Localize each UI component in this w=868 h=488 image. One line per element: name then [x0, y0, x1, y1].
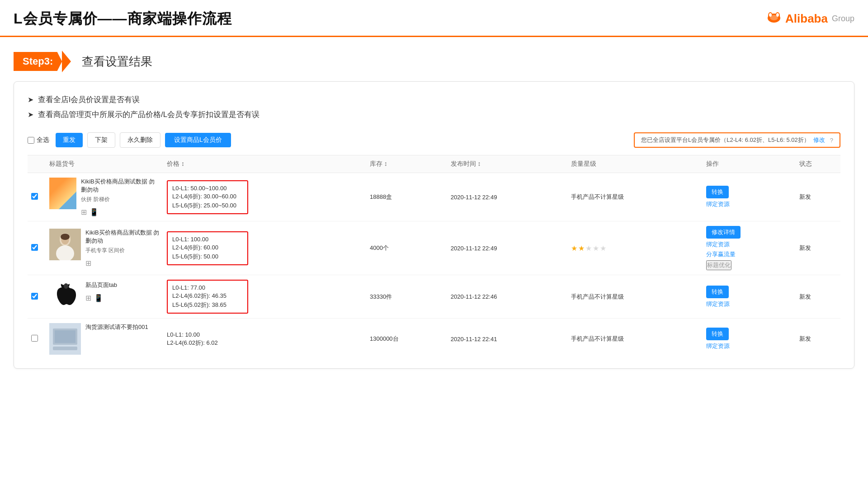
mobile-icon: 📱 [90, 208, 99, 216]
star-1: ★ [571, 244, 577, 253]
bullet-item-1: ➤ 查看全店l会员价设置是否有误 [28, 94, 840, 105]
row4-action-convert[interactable]: 转换 [706, 328, 729, 340]
alibaba-group: Group [832, 14, 854, 23]
set-member-price-button[interactable]: 设置商品L会员价 [165, 133, 231, 147]
row1-thumbnail [49, 178, 76, 209]
row4-product-info: 淘货源测试请不要拍001 [85, 323, 148, 331]
row1-status: 新发 [796, 173, 840, 221]
alibaba-logo: Alibaba Group [765, 8, 854, 29]
table-row: 新品页面tab ⊞ 📱 L0-L1: 77.00 L2-L4(6.02折): 4… [28, 275, 840, 319]
row2-price-cell: L0-L1: 100.00 L2-L4(6折): 60.00 L5-L6(5折)… [163, 221, 366, 275]
row3-product-icons: ⊞ 📱 [85, 294, 117, 302]
delete-button[interactable]: 永久删除 [120, 132, 160, 148]
row2-action-edit[interactable]: 修改详情 [706, 226, 741, 239]
main-card: ➤ 查看全店l会员价设置是否有误 ➤ 查看商品管理页中所展示的产品价格/L会员专… [14, 81, 854, 369]
row4-actions: 转换 绑定资源 [706, 328, 793, 350]
member-price-notice: 您已全店设置平台L会员专属价（L2-L4: 6.02折、L5-L6: 5.02折… [634, 132, 840, 148]
star-5: ★ [600, 244, 606, 253]
row2-price-1: L0-L1: 100.00 [172, 236, 243, 243]
row2-price-box: L0-L1: 100.00 L2-L4(6折): 60.00 L5-L6(5折)… [167, 231, 248, 265]
row1-price-box: L0-L1: 50.00~100.00 L2-L4(6折): 30.00~60.… [167, 180, 248, 214]
bullet-list: ➤ 查看全店l会员价设置是否有误 ➤ 查看商品管理页中所展示的产品价格/L会员专… [28, 94, 840, 120]
step-bar: Step3: 查看设置结果 [14, 51, 854, 72]
row3-checkbox[interactable] [31, 293, 38, 300]
row3-status: 新发 [796, 275, 840, 319]
toolbar: 全选 重发 下架 永久删除 设置商品L会员价 您已全店设置平台L会员专属价（L2… [28, 132, 840, 148]
col-date: 发布时间 ↕ [447, 155, 567, 173]
row3-price-3: L5-L6(5.02折): 38.65 [172, 301, 243, 309]
row2-thumbnail [49, 229, 81, 260]
row1-checkbox-cell[interactable] [28, 173, 46, 221]
row3-price-2: L2-L4(6.02折): 46.35 [172, 292, 243, 300]
row4-status: 新发 [796, 319, 840, 360]
row4-date: 2020-11-12 22:41 [447, 319, 567, 360]
bullet-arrow-2: ➤ [28, 110, 33, 119]
help-icon[interactable]: ? [830, 137, 833, 144]
row3-date: 2020-11-12 22:46 [447, 275, 567, 319]
row3-product-info: 新品页面tab ⊞ 📱 [85, 281, 117, 302]
row4-action-cell: 转换 绑定资源 [703, 319, 796, 360]
table-row: 淘货源测试请不要拍001 L0-L1: 10.00 L2-L4(6.02折): … [28, 319, 840, 360]
row2-status: 新发 [796, 221, 840, 275]
row1-product-info: KikiB买价格商品测试数据 勿删勿动 伙拼 阶梯价 ⊞ 📱 [81, 178, 160, 216]
row4-quality: 手机产品不计算星级 [567, 319, 703, 360]
row1-action-cell: 转换 绑定资源 [703, 173, 796, 221]
row2-checkbox[interactable] [31, 244, 38, 251]
row4-checkbox[interactable] [31, 335, 38, 342]
row1-price-cell: L0-L1: 50.00~100.00 L2-L4(6折): 30.00~60.… [163, 173, 366, 221]
row2-product-info: KikiB买价格商品测试数据 勿删勿动 手机专享 区间价 ⊞ [85, 229, 160, 267]
mobile-icon: 📱 [94, 294, 103, 302]
row1-stock: 18888盒 [366, 173, 447, 221]
row1-checkbox[interactable] [31, 193, 38, 200]
table-row: KikiB买价格商品测试数据 勿删勿动 手机专享 区间价 ⊞ L0-L1: 10… [28, 221, 840, 275]
row3-checkbox-cell[interactable] [28, 275, 46, 319]
takedown-button[interactable]: 下架 [87, 132, 115, 148]
bullet-item-2: ➤ 查看商品管理页中所展示的产品价格/L会员专享折扣设置是否有误 [28, 109, 840, 120]
row3-action-bind[interactable]: 绑定资源 [706, 300, 730, 308]
row3-action-cell: 转换 绑定资源 [703, 275, 796, 319]
col-quality: 质量星级 [567, 155, 703, 173]
notice-text: 您已全店设置平台L会员专属价（L2-L4: 6.02折、L5-L6: 5.02折… [641, 136, 810, 144]
row3-thumbnail [49, 281, 81, 313]
row4-price-1: L0-L1: 10.00 [167, 331, 363, 338]
bullet-arrow-1: ➤ [28, 95, 33, 104]
row2-quality: ★ ★ ★ ★ ★ [567, 221, 703, 275]
qr-icon: ⊞ [81, 208, 87, 216]
row3-stock: 33330件 [366, 275, 447, 319]
row3-price-cell: L0-L1: 77.00 L2-L4(6.02折): 46.35 L5-L6(5… [163, 275, 366, 319]
page-header: L会员专属价——商家端操作流程 Alibaba Group [0, 0, 868, 37]
row2-stars: ★ ★ ★ ★ ★ [571, 244, 699, 253]
row2-action-optimize[interactable]: 标题优化 [706, 260, 731, 270]
row1-action-convert[interactable]: 转换 [706, 186, 729, 198]
resend-button[interactable]: 重发 [56, 133, 83, 147]
step-title: 查看设置结果 [82, 54, 152, 70]
col-price: 价格 ↕ [163, 155, 366, 173]
row3-product-name: 新品页面tab [85, 281, 117, 289]
row4-title-cell: 淘货源测试请不要拍001 [46, 319, 163, 360]
row4-checkbox-cell[interactable] [28, 319, 46, 360]
row2-action-bind[interactable]: 绑定资源 [706, 240, 730, 249]
star-3: ★ [585, 244, 592, 253]
row3-action-convert[interactable]: 转换 [706, 286, 729, 298]
row1-action-bind[interactable]: 绑定资源 [706, 200, 730, 208]
select-all-wrap[interactable]: 全选 [28, 136, 49, 144]
row1-title-cell: KikiB买价格商品测试数据 勿删勿动 伙拼 阶梯价 ⊞ 📱 [46, 173, 163, 221]
row2-action-share[interactable]: 分享赢流量 [706, 250, 736, 258]
row1-price-3: L5-L6(5折): 25.00~50.00 [172, 202, 243, 210]
row1-product-icons: ⊞ 📱 [81, 208, 160, 216]
row2-actions: 修改详情 绑定资源 分享赢流量 标题优化 [706, 226, 793, 270]
row4-action-bind[interactable]: 绑定资源 [706, 342, 730, 350]
row2-product-icons: ⊞ [85, 259, 160, 267]
col-status: 状态 [796, 155, 840, 173]
row1-price-1: L0-L1: 50.00~100.00 [172, 185, 243, 192]
row3-actions: 转换 绑定资源 [706, 286, 793, 308]
row2-date: 2020-11-12 22:49 [447, 221, 567, 275]
row1-actions: 转换 绑定资源 [706, 186, 793, 208]
col-stock: 库存 ↕ [366, 155, 447, 173]
modify-link[interactable]: 修改 [813, 136, 825, 144]
row2-price-3: L5-L6(5折): 50.00 [172, 253, 243, 261]
qr-icon: ⊞ [85, 294, 91, 302]
row2-checkbox-cell[interactable] [28, 221, 46, 275]
row2-title-cell: KikiB买价格商品测试数据 勿删勿动 手机专享 区间价 ⊞ [46, 221, 163, 275]
select-all-checkbox[interactable] [28, 137, 34, 144]
